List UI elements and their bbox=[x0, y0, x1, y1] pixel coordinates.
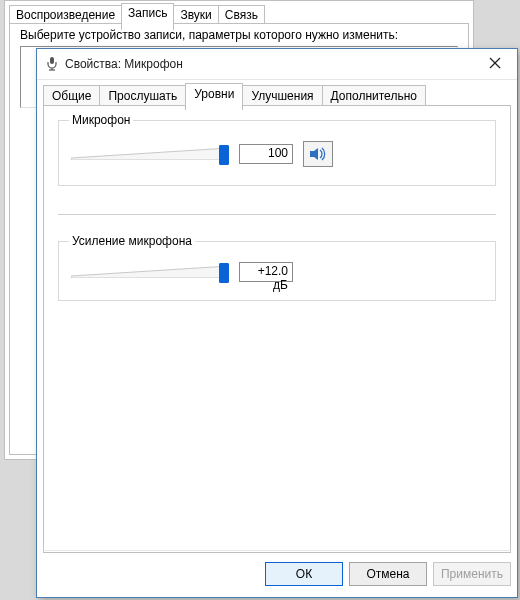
microphone-icon bbox=[45, 57, 59, 71]
boost-slider-thumb[interactable] bbox=[219, 263, 229, 283]
slider-wedge-icon bbox=[71, 266, 229, 278]
microphone-slider-thumb[interactable] bbox=[219, 145, 229, 165]
tab-general-label: Общие bbox=[52, 89, 91, 103]
mute-button[interactable] bbox=[303, 141, 333, 167]
levels-page: Микрофон 100 bbox=[43, 105, 511, 553]
properties-tabs: Общие Прослушать Уровни Улучшения Дополн… bbox=[43, 83, 511, 105]
tab-recording[interactable]: Запись bbox=[121, 3, 174, 30]
apply-button: Применить bbox=[433, 562, 511, 586]
apply-label: Применить bbox=[441, 567, 503, 581]
tab-sounds-label: Звуки bbox=[180, 8, 211, 22]
tab-listen-label: Прослушать bbox=[108, 89, 177, 103]
boost-row: +12.0 дБ bbox=[71, 262, 483, 282]
dialog-footer: ОК Отмена Применить bbox=[43, 550, 511, 591]
tab-enhancements-label: Улучшения bbox=[251, 89, 313, 103]
instruction-text: Выберите устройство записи, параметры ко… bbox=[20, 28, 398, 42]
microphone-slider[interactable] bbox=[71, 144, 229, 164]
cancel-label: Отмена bbox=[366, 567, 409, 581]
close-icon bbox=[489, 55, 501, 73]
svg-marker-6 bbox=[310, 148, 318, 160]
boost-group-legend: Усиление микрофона bbox=[69, 234, 195, 248]
boost-group: Усиление микрофона +12.0 дБ bbox=[58, 241, 496, 301]
boost-slider[interactable] bbox=[71, 262, 229, 282]
tab-advanced-label: Дополнительно bbox=[331, 89, 417, 103]
ok-button[interactable]: ОК bbox=[265, 562, 343, 586]
cancel-button[interactable]: Отмена bbox=[349, 562, 427, 586]
microphone-group: Микрофон 100 bbox=[58, 120, 496, 186]
titlebar: Свойства: Микрофон bbox=[37, 49, 517, 80]
dialog-title: Свойства: Микрофон bbox=[65, 57, 473, 71]
separator bbox=[58, 214, 496, 215]
svg-marker-5 bbox=[71, 148, 229, 160]
microphone-value[interactable]: 100 bbox=[239, 144, 293, 164]
tab-communications-label: Связь bbox=[225, 8, 258, 22]
close-button[interactable] bbox=[473, 49, 517, 79]
tab-levels-label: Уровни bbox=[194, 87, 234, 101]
tab-recording-label: Запись bbox=[128, 6, 167, 20]
microphone-group-legend: Микрофон bbox=[69, 113, 133, 127]
dialog-body: Общие Прослушать Уровни Улучшения Дополн… bbox=[43, 83, 511, 553]
speaker-icon bbox=[309, 147, 327, 161]
svg-marker-7 bbox=[71, 266, 229, 278]
ok-label: ОК bbox=[296, 567, 312, 581]
microphone-row: 100 bbox=[71, 141, 483, 167]
sound-tabs: Воспроизведение Запись Звуки Связь bbox=[9, 3, 264, 23]
mic-properties-dialog: Свойства: Микрофон Общие Прослушать Уров… bbox=[36, 48, 518, 598]
tab-playback-label: Воспроизведение bbox=[16, 8, 115, 22]
boost-value[interactable]: +12.0 дБ bbox=[239, 262, 293, 282]
slider-wedge-icon bbox=[71, 148, 229, 160]
tab-levels[interactable]: Уровни bbox=[185, 83, 243, 110]
svg-rect-0 bbox=[50, 57, 54, 64]
